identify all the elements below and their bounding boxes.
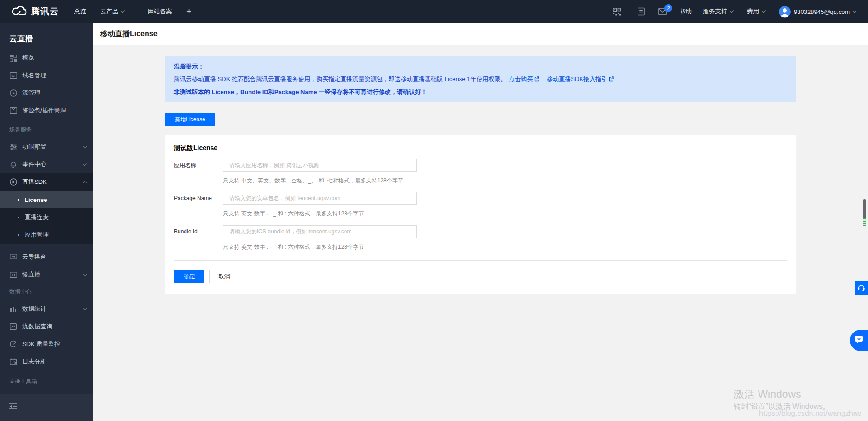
sidebar-item-domain-management[interactable]: W. 域名管理 (0, 67, 93, 84)
confirm-button[interactable]: 确定 (174, 270, 204, 283)
sidebar-section-scene-services: 场景服务 (0, 119, 93, 138)
csdn-url-watermark: https://blog.csdn.net/wangzhae (759, 409, 862, 418)
play-outline-icon (9, 178, 17, 186)
scrollbar-thumb[interactable] (863, 199, 866, 226)
bundle-id-help: 只支持 英文 数字 . - _ 和 : 六种格式，最多支持128个字节 (223, 243, 364, 251)
svg-text:W.: W. (11, 74, 15, 78)
cancel-button[interactable]: 取消 (209, 270, 239, 283)
chevron-down-icon (83, 306, 87, 310)
sidebar-section-data-center: 数据中心 (0, 283, 93, 300)
chat-icon (855, 335, 863, 346)
brand-name: 腾讯云 (31, 6, 59, 18)
help-link[interactable]: 帮助 (680, 7, 692, 16)
sidebar-item-stream-management[interactable]: 流管理 (0, 84, 93, 102)
scrollbar-solid (863, 199, 866, 218)
form-row-package-name: Package Name 只支持 英文 数字 . - _ 和 : 六种格式，最多… (165, 192, 796, 220)
tencent-cloud-logo[interactable]: 腾讯云 (11, 5, 59, 19)
app-name-input[interactable] (223, 159, 417, 172)
topnav-products[interactable]: 云产品 (93, 0, 131, 23)
menu-fold-icon (9, 403, 18, 412)
bell-icon (9, 161, 17, 169)
chat-bubble-button[interactable] (850, 330, 868, 351)
support-menu[interactable]: 服务支持 (703, 7, 733, 16)
calendar-clock-icon (9, 358, 17, 366)
sidebar-item-resource-packages[interactable]: 资源包/插件管理 (0, 102, 93, 119)
app-name-label: 应用名称 (174, 159, 221, 172)
sliders-icon (9, 143, 17, 151)
scrollbar-stripes (863, 218, 866, 226)
topnav-overview[interactable]: 总览 (67, 0, 93, 23)
topnav-beian[interactable]: 网站备案 (141, 0, 179, 23)
external-link-icon (609, 73, 614, 86)
test-license-card: 测试版License 应用名称 只支持 中文、英文、数字、空格、_、-和. 七种… (165, 135, 796, 294)
sidebar-product-title: 云直播 (0, 23, 93, 49)
sidebar-item-cloud-director[interactable]: 云导播台 (0, 248, 93, 266)
topbar: 腾讯云 总览 云产品 网站备案 + (0, 0, 868, 23)
windows-activation-watermark-title: 激活 Windows (734, 387, 801, 402)
mail-icon[interactable]: 2 (658, 8, 667, 15)
form-row-bundle-id: Bundle Id 只支持 英文 数字 . - _ 和 : 六种格式，最多支持1… (165, 225, 796, 254)
bar-chart-icon (9, 305, 17, 313)
avatar[interactable] (779, 6, 791, 18)
sidebar-item-overview[interactable]: 概览 (0, 49, 93, 67)
chevron-down-icon (83, 144, 87, 148)
chevron-down-icon (853, 9, 856, 13)
video-camera-icon (9, 271, 17, 279)
chevron-up-icon (83, 181, 87, 184)
sidebar-collapse-button[interactable] (0, 394, 93, 421)
bullet-icon (18, 199, 19, 201)
external-link-icon (534, 73, 539, 86)
app-name-help: 只支持 中文、英文、数字、空格、_、-和. 七种格式，最多支持128个字节 (223, 177, 403, 185)
sdk-guide-link[interactable]: 移动直播SDK接入指引 (547, 75, 614, 82)
chevron-down-icon (730, 9, 734, 13)
account-menu[interactable]: 930328945@qq.com (794, 8, 856, 15)
sidebar-group-live-sdk: 直播SDK License 直播连麦 应用管理 (0, 173, 93, 244)
sidebar-item-event-center[interactable]: 事件中心 (0, 156, 93, 173)
sidebar-item-data-statistics[interactable]: 数据统计 (0, 300, 93, 318)
notice-title: 温馨提示： (174, 60, 787, 73)
sidebar-item-feature-config[interactable]: 功能配置 (0, 138, 93, 156)
add-tab-button[interactable]: + (179, 0, 199, 23)
headset-icon (857, 284, 865, 293)
sidebar-item-slow-live[interactable]: 慢直播 (0, 266, 93, 283)
form-row-app-name: 应用名称 只支持 中文、英文、数字、空格、_、-和. 七种格式，最多支持128个… (165, 159, 796, 188)
notice-body-line: 腾讯云移动直播 SDK 推荐配合腾讯云直播服务使用，购买指定直播流量资源包，即送… (174, 73, 787, 86)
qr-code-icon[interactable] (613, 8, 621, 16)
package-icon (9, 107, 17, 115)
document-icon[interactable] (638, 7, 645, 16)
support-headset-button[interactable] (855, 281, 868, 295)
line-chart-icon (9, 323, 17, 331)
notice-body: 腾讯云移动直播 SDK 推荐配合腾讯云直播服务使用，购买指定直播流量资源包，即送… (174, 75, 506, 82)
chevron-down-icon (762, 9, 766, 13)
package-name-label: Package Name (174, 192, 221, 205)
package-name-input[interactable] (223, 192, 417, 205)
bullet-icon (18, 217, 19, 218)
domain-icon: W. (9, 72, 17, 80)
sidebar-item-live-sdk[interactable]: 直播SDK (0, 173, 93, 191)
sidebar-subitem-license[interactable]: License (0, 191, 93, 208)
play-circle-icon (9, 89, 17, 97)
sidebar: 云直播 概览 W. 域名管理 流管理 (0, 23, 93, 421)
chevron-down-icon (121, 9, 125, 13)
bundle-id-label: Bundle Id (174, 225, 221, 238)
monitor-icon (9, 253, 17, 261)
sidebar-subitem-app-management[interactable]: 应用管理 (0, 226, 93, 244)
buy-link[interactable]: 点击购买 (509, 75, 539, 82)
bullet-icon (18, 234, 19, 236)
mail-badge: 2 (664, 4, 672, 12)
chevron-down-icon (83, 272, 87, 276)
bundle-id-input[interactable] (223, 225, 417, 238)
sidebar-subitem-live-link-mic[interactable]: 直播连麦 (0, 208, 93, 226)
billing-menu[interactable]: 费用 (747, 7, 765, 16)
add-license-button[interactable]: 新增License (165, 113, 215, 126)
sidebar-section-live-toolbox: 直播工具箱 (0, 371, 93, 392)
spacer (0, 244, 93, 248)
form-divider (174, 260, 787, 261)
sidebar-item-stream-data-query[interactable]: 流数据查询 (0, 318, 93, 335)
sidebar-item-sdk-quality-monitor[interactable]: SDK 质量监控 (0, 335, 93, 353)
topnav-divider (136, 8, 136, 15)
chevron-down-icon (83, 162, 87, 165)
package-name-help: 只支持 英文 数字 . - _ 和 : 六种格式，最多支持128个字节 (223, 210, 364, 218)
sidebar-item-log-analysis[interactable]: 日志分析 (0, 353, 93, 371)
gauge-icon (9, 340, 17, 348)
